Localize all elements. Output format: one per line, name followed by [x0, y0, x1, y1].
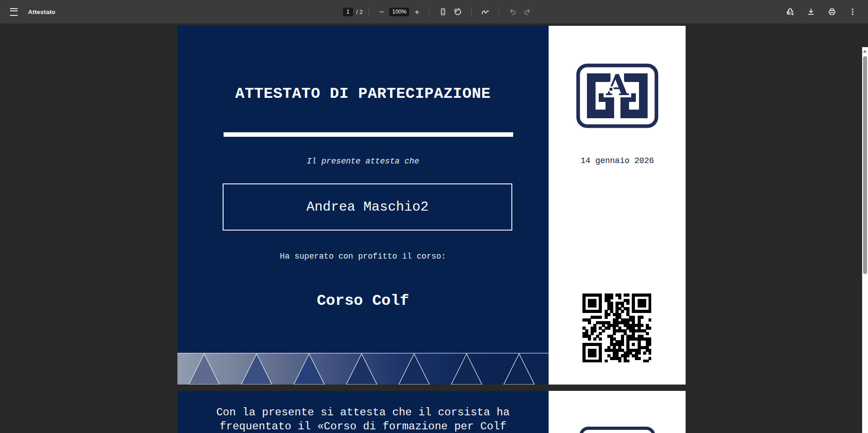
save-to-drive-button[interactable] — [783, 5, 797, 19]
print-button[interactable] — [825, 5, 839, 19]
fit-page-button[interactable] — [436, 5, 450, 19]
toolbar-divider — [471, 7, 472, 16]
fit-page-icon — [439, 8, 447, 16]
toolbar-divider — [369, 7, 369, 16]
logo-letter-a: A — [606, 68, 629, 102]
page2-text-line1: Con la presente si attesta che il corsis… — [177, 406, 548, 419]
page-number-input[interactable] — [343, 8, 353, 16]
drive-add-icon — [786, 7, 795, 16]
organization-logo-partial — [579, 427, 655, 433]
document-title: Attestato — [28, 9, 55, 15]
toolbar-right-group — [783, 0, 860, 24]
menu-button[interactable] — [6, 5, 21, 19]
certificate-page-1: ATTESTATO DI PARTECIPAZIONE Il presente … — [177, 26, 686, 385]
undo-icon — [509, 8, 517, 16]
toolbar-center-group: / 2 − + — [343, 0, 534, 24]
vertical-scrollbar[interactable] — [862, 47, 868, 433]
organization-logo: A — [576, 63, 658, 128]
certificate-side-panel: A 14 gennaio 2026 — [548, 26, 686, 385]
download-button[interactable] — [804, 5, 818, 19]
certificate-side-panel-page2 — [548, 391, 686, 433]
annotate-button[interactable] — [478, 5, 492, 19]
zoom-in-button[interactable]: + — [411, 6, 423, 18]
course-name: Corso Colf — [177, 292, 548, 309]
toolbar-divider — [429, 7, 429, 16]
page-count-label: / 2 — [356, 9, 362, 15]
page2-text-line2: frequentato il «Corso di formazione per … — [177, 420, 548, 433]
certificate-intro: Il presente attesta che — [177, 157, 548, 166]
certificate-body-page2: Con la presente si attesta che il corsis… — [177, 391, 548, 433]
scrollbar-thumb[interactable] — [863, 56, 867, 274]
divider-bar — [224, 132, 513, 137]
more-options-icon — [849, 8, 857, 16]
redo-icon — [523, 8, 531, 16]
certificate-date: 14 gennaio 2026 — [549, 156, 686, 165]
scroll-up-arrow[interactable] — [863, 50, 867, 53]
pdf-toolbar: Attestato / 2 − + — [0, 0, 868, 24]
certificate-page-2: Con la presente si attesta che il corsis… — [177, 391, 686, 433]
print-icon — [828, 8, 836, 16]
zoom-out-button[interactable]: − — [376, 6, 387, 18]
rotate-button[interactable] — [450, 5, 465, 19]
more-options-button[interactable] — [845, 5, 860, 19]
toolbar-divider — [499, 7, 499, 16]
pdf-viewer: ATTESTATO DI PARTECIPAZIONE Il presente … — [0, 24, 868, 433]
toolbar-left-group: Attestato — [6, 0, 55, 24]
redo-button[interactable] — [520, 5, 534, 19]
menu-icon — [10, 8, 18, 16]
zoom-level-input[interactable] — [389, 8, 409, 16]
download-icon — [807, 8, 815, 16]
certificate-heading: ATTESTATO DI PARTECIPAZIONE — [177, 85, 548, 102]
triangle-band-decoration — [177, 353, 548, 385]
student-name: Andrea Maschio2 — [306, 199, 429, 215]
rotate-ccw-icon — [453, 8, 462, 16]
undo-button[interactable] — [506, 5, 520, 19]
annotate-icon — [481, 8, 490, 16]
certificate-body: ATTESTATO DI PARTECIPAZIONE Il presente … — [177, 26, 548, 385]
qr-code — [582, 293, 651, 362]
student-name-box: Andrea Maschio2 — [223, 183, 512, 231]
passed-text: Ha superato con profitto il corso: — [177, 252, 548, 261]
